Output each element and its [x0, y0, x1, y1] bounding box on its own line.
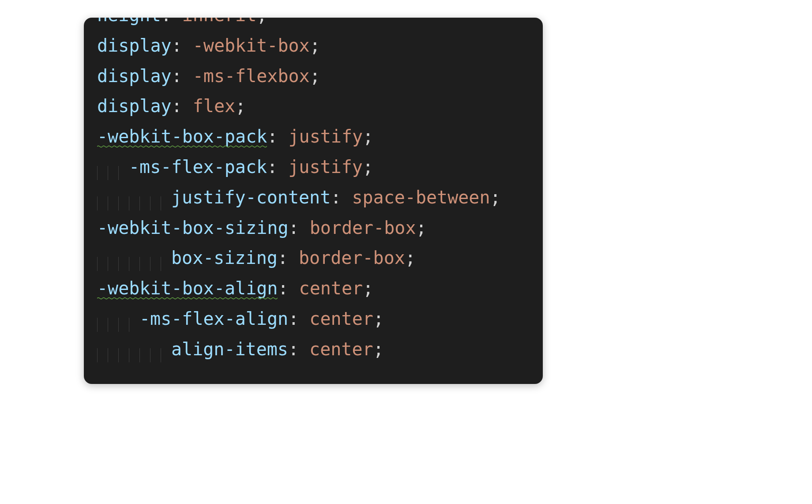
colon-separator: : — [267, 157, 288, 177]
css-value: justify — [288, 126, 363, 147]
code-line[interactable]: -webkit-box-sizing: border-box; — [84, 213, 543, 243]
css-value: center — [299, 278, 363, 298]
colon-separator: : — [331, 187, 352, 207]
code-line[interactable]: display: -webkit-box; — [84, 30, 543, 61]
code-line[interactable]: justify-content: space-between; — [84, 182, 543, 213]
semicolon: ; — [310, 66, 320, 86]
css-property: -webkit-box-align — [97, 278, 278, 298]
css-property: display — [97, 96, 172, 116]
colon-separator: : — [172, 35, 193, 56]
code-line[interactable]: display: -ms-flexbox; — [84, 61, 543, 91]
colon-separator: : — [267, 126, 288, 147]
colon-separator: : — [172, 66, 193, 86]
css-property: display — [97, 66, 172, 86]
css-value: border-box — [310, 218, 416, 238]
css-property: box-sizing — [171, 248, 278, 268]
css-property: justify-content — [171, 187, 331, 207]
code-line[interactable]: box-sizing: border-box; — [84, 243, 543, 273]
semicolon: ; — [373, 339, 384, 359]
semicolon: ; — [363, 157, 373, 177]
code-line[interactable]: -webkit-box-align: center; — [84, 273, 543, 304]
code-editor-viewport[interactable]: height: inherit;display: -webkit-box;dis… — [84, 18, 543, 384]
semicolon: ; — [373, 308, 384, 329]
semicolon: ; — [235, 96, 246, 116]
css-property: -webkit-box-sizing — [97, 218, 288, 238]
code-line[interactable]: height: inherit; — [84, 18, 543, 30]
css-value: space-between — [352, 187, 490, 207]
code-block: height: inherit;display: -webkit-box;dis… — [84, 18, 543, 365]
css-value: -webkit-box — [193, 35, 310, 56]
colon-separator: : — [288, 218, 309, 238]
css-value: center — [309, 339, 373, 359]
css-property: height — [97, 18, 161, 25]
semicolon: ; — [310, 35, 320, 56]
colon-separator: : — [172, 96, 193, 116]
colon-separator: : — [278, 278, 299, 298]
css-property: -ms-flex-align — [139, 308, 288, 329]
css-value: center — [309, 308, 373, 329]
semicolon: ; — [256, 18, 267, 25]
css-value: -ms-flexbox — [193, 66, 310, 86]
code-line[interactable]: -ms-flex-pack: justify; — [84, 152, 543, 182]
colon-separator: : — [161, 18, 182, 25]
css-value: flex — [193, 96, 235, 116]
semicolon: ; — [416, 218, 426, 238]
css-property: -webkit-box-pack — [97, 126, 267, 147]
colon-separator: : — [278, 248, 299, 268]
semicolon: ; — [490, 187, 500, 207]
css-property: -ms-flex-pack — [129, 157, 267, 177]
css-property: align-items — [171, 339, 288, 359]
semicolon: ; — [405, 248, 416, 268]
semicolon: ; — [363, 278, 373, 298]
colon-separator: : — [288, 339, 309, 359]
css-property: display — [97, 35, 172, 56]
css-value: inherit — [182, 18, 257, 25]
code-line[interactable]: -ms-flex-align: center; — [84, 304, 543, 334]
code-line[interactable]: display: flex; — [84, 91, 543, 121]
code-line[interactable]: align-items: center; — [84, 334, 543, 365]
code-line[interactable]: -webkit-box-pack: justify; — [84, 121, 543, 152]
semicolon: ; — [363, 126, 373, 147]
css-value: justify — [288, 157, 363, 177]
css-value: border-box — [299, 248, 405, 268]
colon-separator: : — [288, 308, 309, 329]
